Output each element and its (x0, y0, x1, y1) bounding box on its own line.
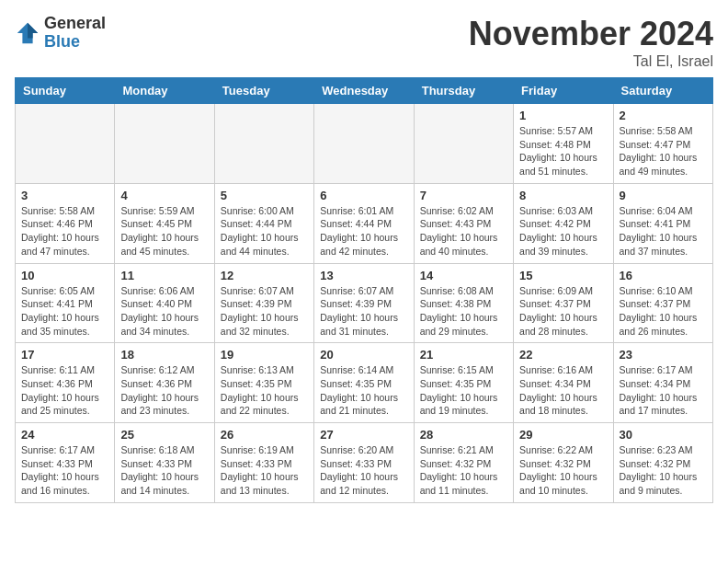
calendar-cell (115, 104, 214, 184)
day-info: Sunrise: 6:14 AM Sunset: 4:35 PM Dayligh… (320, 363, 407, 418)
calendar-cell: 4Sunrise: 5:59 AM Sunset: 4:45 PM Daylig… (115, 183, 214, 263)
day-info: Sunrise: 6:04 AM Sunset: 4:41 PM Dayligh… (620, 204, 707, 259)
day-number: 19 (221, 348, 308, 362)
logo: General Blue (15, 15, 106, 52)
weekday-header: Thursday (414, 78, 513, 104)
day-info: Sunrise: 6:07 AM Sunset: 4:39 PM Dayligh… (221, 284, 308, 339)
calendar-cell (214, 104, 313, 184)
month-title: November 2024 (469, 15, 713, 53)
calendar-cell: 25Sunrise: 6:18 AM Sunset: 4:33 PM Dayli… (115, 423, 214, 503)
day-number: 26 (221, 428, 308, 442)
weekday-header-row: SundayMondayTuesdayWednesdayThursdayFrid… (16, 78, 713, 104)
title-section: November 2024 Tal El, Israel (469, 15, 713, 70)
calendar-cell: 3Sunrise: 5:58 AM Sunset: 4:46 PM Daylig… (16, 183, 115, 263)
day-info: Sunrise: 6:10 AM Sunset: 4:37 PM Dayligh… (620, 284, 707, 339)
calendar-cell: 24Sunrise: 6:17 AM Sunset: 4:33 PM Dayli… (16, 423, 115, 503)
page-header: General Blue November 2024 Tal El, Israe… (15, 15, 713, 70)
calendar-table: SundayMondayTuesdayWednesdayThursdayFrid… (15, 77, 713, 503)
calendar-cell: 27Sunrise: 6:20 AM Sunset: 4:33 PM Dayli… (314, 423, 414, 503)
weekday-header: Tuesday (214, 78, 313, 104)
calendar-cell: 14Sunrise: 6:08 AM Sunset: 4:38 PM Dayli… (414, 263, 513, 343)
day-info: Sunrise: 6:06 AM Sunset: 4:40 PM Dayligh… (120, 284, 208, 339)
calendar-cell: 28Sunrise: 6:21 AM Sunset: 4:32 PM Dayli… (414, 423, 513, 503)
logo-icon (15, 20, 40, 46)
weekday-header: Friday (514, 78, 613, 104)
day-info: Sunrise: 6:09 AM Sunset: 4:37 PM Dayligh… (519, 284, 607, 339)
day-info: Sunrise: 6:00 AM Sunset: 4:44 PM Dayligh… (221, 204, 308, 259)
day-info: Sunrise: 6:23 AM Sunset: 4:32 PM Dayligh… (620, 443, 707, 498)
location: Tal El, Israel (469, 53, 713, 70)
calendar-cell: 1Sunrise: 5:57 AM Sunset: 4:48 PM Daylig… (514, 104, 613, 184)
day-number: 15 (519, 269, 607, 282)
day-info: Sunrise: 6:16 AM Sunset: 4:34 PM Dayligh… (519, 363, 607, 418)
svg-marker-1 (28, 23, 38, 39)
calendar-week-row: 1Sunrise: 5:57 AM Sunset: 4:48 PM Daylig… (16, 104, 713, 184)
day-number: 18 (120, 348, 208, 362)
day-info: Sunrise: 6:13 AM Sunset: 4:35 PM Dayligh… (221, 363, 308, 418)
logo-general: General (44, 15, 106, 33)
day-info: Sunrise: 5:57 AM Sunset: 4:48 PM Dayligh… (519, 124, 607, 178)
day-info: Sunrise: 6:12 AM Sunset: 4:36 PM Dayligh… (120, 363, 208, 418)
calendar-cell: 11Sunrise: 6:06 AM Sunset: 4:40 PM Dayli… (115, 263, 214, 343)
day-info: Sunrise: 6:20 AM Sunset: 4:33 PM Dayligh… (320, 443, 407, 498)
weekday-header: Wednesday (314, 78, 414, 104)
calendar-cell: 10Sunrise: 6:05 AM Sunset: 4:41 PM Dayli… (16, 263, 115, 343)
weekday-header: Saturday (613, 78, 712, 104)
day-number: 30 (620, 428, 707, 442)
day-number: 4 (120, 189, 208, 202)
day-number: 13 (320, 269, 407, 282)
calendar-cell: 13Sunrise: 6:07 AM Sunset: 4:39 PM Dayli… (314, 263, 414, 343)
day-number: 5 (221, 189, 308, 202)
day-info: Sunrise: 6:21 AM Sunset: 4:32 PM Dayligh… (420, 443, 507, 498)
day-info: Sunrise: 5:58 AM Sunset: 4:46 PM Dayligh… (21, 204, 108, 259)
day-number: 25 (120, 428, 208, 442)
calendar-cell: 29Sunrise: 6:22 AM Sunset: 4:32 PM Dayli… (514, 423, 613, 503)
day-info: Sunrise: 6:15 AM Sunset: 4:35 PM Dayligh… (420, 363, 507, 418)
weekday-header: Monday (115, 78, 214, 104)
day-info: Sunrise: 6:17 AM Sunset: 4:33 PM Dayligh… (21, 443, 108, 498)
calendar-cell: 30Sunrise: 6:23 AM Sunset: 4:32 PM Dayli… (613, 423, 712, 503)
calendar-cell: 2Sunrise: 5:58 AM Sunset: 4:47 PM Daylig… (613, 104, 712, 184)
day-info: Sunrise: 6:22 AM Sunset: 4:32 PM Dayligh… (519, 443, 607, 498)
calendar-week-row: 24Sunrise: 6:17 AM Sunset: 4:33 PM Dayli… (16, 423, 713, 503)
day-number: 28 (420, 428, 507, 442)
weekday-header: Sunday (16, 78, 115, 104)
calendar-cell: 8Sunrise: 6:03 AM Sunset: 4:42 PM Daylig… (514, 183, 613, 263)
day-info: Sunrise: 6:03 AM Sunset: 4:42 PM Dayligh… (519, 204, 607, 259)
day-number: 3 (21, 189, 108, 202)
day-info: Sunrise: 6:17 AM Sunset: 4:34 PM Dayligh… (620, 363, 707, 418)
calendar-cell: 18Sunrise: 6:12 AM Sunset: 4:36 PM Dayli… (115, 343, 214, 423)
calendar-week-row: 17Sunrise: 6:11 AM Sunset: 4:36 PM Dayli… (16, 343, 713, 423)
day-info: Sunrise: 6:08 AM Sunset: 4:38 PM Dayligh… (420, 284, 507, 339)
day-number: 17 (21, 348, 108, 362)
day-info: Sunrise: 5:59 AM Sunset: 4:45 PM Dayligh… (120, 204, 208, 259)
day-info: Sunrise: 6:05 AM Sunset: 4:41 PM Dayligh… (21, 284, 108, 339)
day-number: 22 (519, 348, 607, 362)
calendar-week-row: 10Sunrise: 6:05 AM Sunset: 4:41 PM Dayli… (16, 263, 713, 343)
calendar-cell: 16Sunrise: 6:10 AM Sunset: 4:37 PM Dayli… (613, 263, 712, 343)
day-info: Sunrise: 6:01 AM Sunset: 4:44 PM Dayligh… (320, 204, 407, 259)
day-info: Sunrise: 5:58 AM Sunset: 4:47 PM Dayligh… (620, 124, 707, 178)
day-info: Sunrise: 6:18 AM Sunset: 4:33 PM Dayligh… (120, 443, 208, 498)
day-number: 23 (620, 348, 707, 362)
day-info: Sunrise: 6:07 AM Sunset: 4:39 PM Dayligh… (320, 284, 407, 339)
calendar-cell: 7Sunrise: 6:02 AM Sunset: 4:43 PM Daylig… (414, 183, 513, 263)
calendar-cell: 15Sunrise: 6:09 AM Sunset: 4:37 PM Dayli… (514, 263, 613, 343)
day-number: 12 (221, 269, 308, 282)
logo-blue: Blue (44, 33, 106, 52)
calendar-cell (414, 104, 513, 184)
calendar-cell: 9Sunrise: 6:04 AM Sunset: 4:41 PM Daylig… (613, 183, 712, 263)
day-number: 14 (420, 269, 507, 282)
calendar-cell: 19Sunrise: 6:13 AM Sunset: 4:35 PM Dayli… (214, 343, 313, 423)
day-number: 27 (320, 428, 407, 442)
day-number: 29 (519, 428, 607, 442)
calendar-cell: 20Sunrise: 6:14 AM Sunset: 4:35 PM Dayli… (314, 343, 414, 423)
day-number: 10 (21, 269, 108, 282)
calendar-cell: 17Sunrise: 6:11 AM Sunset: 4:36 PM Dayli… (16, 343, 115, 423)
calendar-cell: 22Sunrise: 6:16 AM Sunset: 4:34 PM Dayli… (514, 343, 613, 423)
calendar-cell: 21Sunrise: 6:15 AM Sunset: 4:35 PM Dayli… (414, 343, 513, 423)
logo-text: General Blue (44, 15, 106, 52)
calendar-cell (314, 104, 414, 184)
day-number: 7 (420, 189, 507, 202)
calendar-cell: 5Sunrise: 6:00 AM Sunset: 4:44 PM Daylig… (214, 183, 313, 263)
